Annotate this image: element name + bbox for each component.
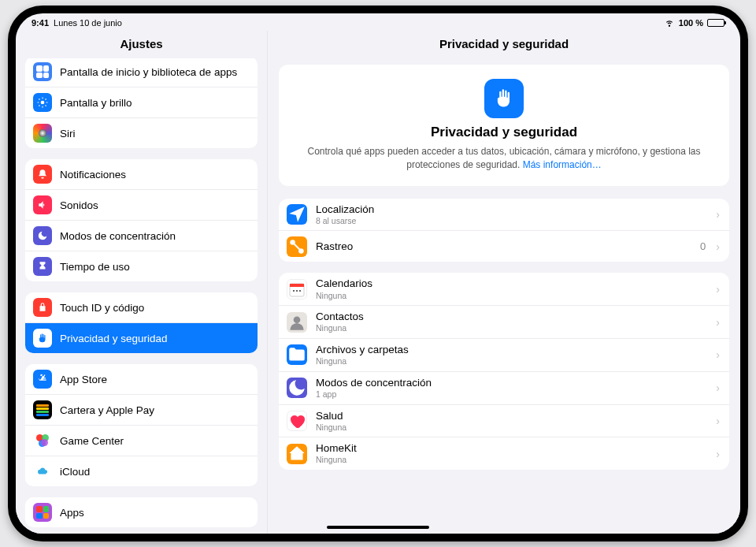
sidebar-item-icloud[interactable]: iCloud <box>25 456 258 486</box>
sidebar-item-notifications[interactable]: Notificaciones <box>25 159 258 189</box>
sidebar-group-apps: Apps <box>25 497 258 527</box>
svg-line-5 <box>39 99 39 99</box>
sidebar-item-label: Privacidad y seguridad <box>60 333 168 344</box>
row-sub: Ninguna <box>316 356 707 367</box>
row-title: Calendarios <box>316 277 707 290</box>
svg-point-13 <box>293 290 295 292</box>
moon-icon <box>33 226 52 245</box>
location-arrow-icon <box>287 204 307 225</box>
sidebar-item-apps[interactable]: Apps <box>25 497 258 527</box>
row-title: HomeKit <box>316 442 707 455</box>
status-bar: 9:41 Lunes 10 de junio 100 % <box>16 13 740 31</box>
home-icon <box>287 444 307 464</box>
sidebar-title: Ajustes <box>16 31 267 58</box>
sidebar-item-appstore[interactable]: App Store <box>25 364 258 394</box>
svg-line-6 <box>46 106 46 106</box>
appstore-icon <box>33 370 52 389</box>
row-calendars[interactable]: Calendarios Ninguna › <box>279 273 729 305</box>
bell-icon <box>33 165 52 184</box>
row-sub: Ninguna <box>316 422 707 433</box>
row-sub: 1 app <box>316 389 707 400</box>
sidebar-item-privacy[interactable]: Privacidad y seguridad <box>25 322 258 353</box>
sidebar-item-wallet[interactable]: Cartera y Apple Pay <box>25 394 258 425</box>
sidebar-item-label: Sonidos <box>60 199 98 211</box>
chevron-right-icon: › <box>716 316 720 329</box>
sidebar-item-label: App Store <box>60 374 107 385</box>
chevron-right-icon: › <box>716 283 720 296</box>
screen: 9:41 Lunes 10 de junio 100 % Ajustes <box>16 13 740 534</box>
svg-point-14 <box>296 290 298 292</box>
sidebar-item-touchid[interactable]: Touch ID y código <box>25 292 258 322</box>
hand-icon <box>484 79 524 118</box>
sidebar-item-label: Apps <box>60 507 84 519</box>
lock-icon <box>33 298 52 317</box>
row-trail: 0 <box>700 240 706 252</box>
hourglass-icon <box>33 257 52 276</box>
svg-point-15 <box>299 290 301 292</box>
status-date: Lunes 10 de junio <box>54 18 122 28</box>
split-view: Ajustes Pantalla de inicio y biblioteca … <box>16 31 740 534</box>
sidebar-item-label: Pantalla de inicio y biblioteca de apps <box>60 66 237 78</box>
row-sub: Ninguna <box>316 455 707 465</box>
ipad-device-frame: 9:41 Lunes 10 de junio 100 % Ajustes <box>8 6 748 541</box>
row-files[interactable]: Archivos y carpetas Ninguna › <box>279 338 729 371</box>
chevron-right-icon: › <box>716 348 720 361</box>
sidebar-item-focus[interactable]: Modos de concentración <box>25 220 258 251</box>
svg-rect-12 <box>290 284 304 287</box>
svg-line-8 <box>46 99 46 99</box>
row-contacts[interactable]: Contactos Ninguna › <box>279 305 729 338</box>
sidebar-item-label: Tiempo de uso <box>60 261 130 273</box>
chevron-right-icon: › <box>716 415 720 427</box>
row-sub: Ninguna <box>316 291 707 301</box>
data-access-group: Calendarios Ninguna › Contactos Nin <box>279 273 729 470</box>
battery-icon <box>707 19 724 27</box>
sidebar-group-notifications: Notificaciones Sonidos Mod <box>25 159 258 281</box>
row-location[interactable]: Localización 8 al usarse › <box>279 199 729 231</box>
sidebar-group-display: Pantalla de inicio y biblioteca de apps … <box>25 58 258 148</box>
sidebar-item-screen-time[interactable]: Tiempo de uso <box>25 251 258 281</box>
row-title: Salud <box>316 410 707 422</box>
sidebar-item-label: Notificaciones <box>60 169 126 180</box>
apps-grid-icon <box>33 503 52 522</box>
row-title: Contactos <box>316 311 707 323</box>
chevron-right-icon: › <box>716 240 720 253</box>
gamecenter-icon <box>33 431 52 450</box>
sidebar: Ajustes Pantalla de inicio y biblioteca … <box>16 31 268 534</box>
row-title: Archivos y carpetas <box>316 344 707 356</box>
row-health[interactable]: Salud Ninguna › <box>279 404 729 437</box>
wallet-icon <box>33 400 52 419</box>
hero-heading: Privacidad y seguridad <box>296 125 712 140</box>
svg-point-16 <box>294 316 301 323</box>
sidebar-item-sounds[interactable]: Sonidos <box>25 189 258 220</box>
row-title: Modos de concentración <box>316 377 707 389</box>
calendar-icon <box>287 279 307 300</box>
chevron-right-icon: › <box>716 381 720 394</box>
svg-line-7 <box>39 106 39 106</box>
hand-icon <box>33 329 52 348</box>
contacts-icon <box>287 312 307 333</box>
folder-icon <box>287 344 307 365</box>
wifi-icon <box>664 17 675 30</box>
sidebar-scroll[interactable]: Pantalla de inicio y biblioteca de apps … <box>16 58 267 534</box>
chevron-right-icon: › <box>716 448 720 460</box>
hero-learn-more-link[interactable]: Más información… <box>523 159 602 170</box>
detail-scroll[interactable]: Privacidad y seguridad Controla qué apps… <box>268 58 740 534</box>
row-homekit[interactable]: HomeKit Ninguna › <box>279 437 729 470</box>
sidebar-item-label: Touch ID y código <box>60 302 144 314</box>
sidebar-item-gamecenter[interactable]: Game Center <box>25 425 258 456</box>
sidebar-item-siri[interactable]: Siri <box>25 117 258 148</box>
sidebar-item-label: iCloud <box>60 466 90 478</box>
battery-text: 100 % <box>679 18 703 28</box>
row-focus[interactable]: Modos de concentración 1 app › <box>279 371 729 404</box>
sidebar-item-home-screen[interactable]: Pantalla de inicio y biblioteca de apps <box>25 58 258 87</box>
sidebar-group-security: Touch ID y código Privacidad y seguridad <box>25 292 258 353</box>
home-grid-icon <box>33 62 52 81</box>
sidebar-item-display-brightness[interactable]: Pantalla y brillo <box>25 87 258 117</box>
sidebar-item-label: Siri <box>60 128 76 140</box>
detail-panel: Privacidad y seguridad Privacidad y segu… <box>268 31 740 534</box>
svg-point-0 <box>41 101 45 105</box>
row-tracking[interactable]: Rastreo 0 › <box>279 230 729 262</box>
privacy-hero-card: Privacidad y seguridad Controla qué apps… <box>279 65 729 186</box>
home-indicator[interactable] <box>327 526 429 529</box>
sidebar-group-apple-services: App Store Cartera y Apple Pay <box>25 364 258 486</box>
